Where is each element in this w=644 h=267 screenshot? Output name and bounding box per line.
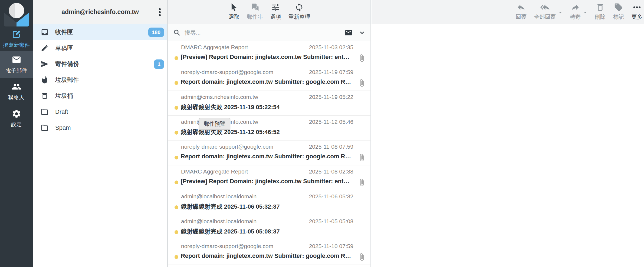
unread-dot-icon: [175, 156, 178, 159]
mail-toolbar-button-reply[interactable]: 回覆: [516, 3, 527, 21]
folder-row-trash[interactable]: 垃圾桶: [33, 88, 167, 104]
cursor-icon: [229, 3, 239, 12]
attachment-paperclip-icon: [358, 54, 366, 62]
sidebar-nav: 電子郵件 聯絡人 設定: [0, 51, 33, 132]
folder-row-sent[interactable]: 寄件備份 1: [33, 56, 167, 72]
toolbar-button-label: 選取: [229, 13, 239, 21]
folder-label: 垃圾郵件: [55, 76, 79, 84]
account-email: admin@richesinfo.com.tw: [61, 8, 139, 16]
sidebar-item-label: 電子郵件: [6, 67, 27, 74]
folder-menu-kebab-icon[interactable]: [157, 6, 162, 18]
caret-down-icon[interactable]: [583, 10, 588, 15]
message-date: 2025-11-08 02:38: [309, 168, 353, 175]
search-options-chevron-down-icon[interactable]: [359, 30, 365, 36]
toolbar-button-label: 全部回覆: [534, 13, 556, 21]
message-sender: noreply-dmarc-support@google.com: [181, 143, 273, 150]
folder-label: 垃圾桶: [55, 92, 73, 100]
list-toolbar-button-options[interactable]: 選項: [270, 3, 281, 21]
folder-label: 草稿匣: [55, 44, 73, 52]
folder-unread-badge: 180: [148, 28, 164, 37]
sidebar-item-contacts[interactable]: 聯絡人: [0, 78, 33, 105]
message-subject: [Preview] Report Domain: jingletex.com.t…: [181, 178, 349, 185]
folder-unread-badge: 1: [154, 59, 164, 69]
message-sender: admin@localhost.localdomain: [181, 193, 257, 200]
folder-row-drafts[interactable]: 草稿匣: [33, 40, 167, 56]
folder-list: 收件匣 180 草稿匣 寄件備份 1 垃圾郵件 垃圾桶 Draft: [33, 24, 167, 136]
message-sender: DMARC Aggregate Report: [181, 44, 248, 51]
folder-row-spam2[interactable]: Spam: [33, 120, 167, 136]
webmail-app: { "account": { "email": "admin@richesinf…: [0, 0, 644, 267]
folder-icon: [41, 124, 49, 132]
reply_all-icon: [540, 3, 550, 12]
account-header: admin@richesinfo.com.tw: [33, 0, 167, 24]
message-subject: 鏡射碟鏡射失敗 2025-11-12 05:46:52: [181, 128, 280, 136]
trash-icon: [41, 92, 49, 100]
folder-label: 收件匣: [55, 28, 73, 36]
message-date: 2025-11-19 07:59: [309, 69, 353, 75]
mail-toolbar-button-more[interactable]: 更多: [632, 3, 642, 21]
attachment-paperclip-icon: [358, 79, 366, 87]
folder-row-inbox[interactable]: 收件匣 180: [33, 24, 167, 40]
list-toolbar: 選取 郵件串 選項 重新整理: [168, 0, 370, 24]
list-toolbar-button-threads[interactable]: 郵件串: [247, 3, 263, 21]
flame-icon: [41, 76, 49, 84]
app-logo-icon[interactable]: [3, 2, 30, 26]
folder-label: Draft: [55, 108, 68, 115]
message-row[interactable]: admin@localhost.localdomain 2025-11-06 0…: [168, 190, 370, 215]
unread-dot-icon: [175, 205, 178, 209]
mail-toolbar-button-forward[interactable]: 轉寄: [570, 3, 581, 21]
message-row[interactable]: DMARC Aggregate Report 2025-11-08 02:38 …: [168, 165, 370, 190]
message-row[interactable]: DMARC Aggregate Report 2025-11-03 02:35 …: [168, 41, 370, 66]
sidebar-item-mail[interactable]: 電子郵件: [0, 51, 33, 78]
unread-dot-icon: [175, 230, 178, 234]
contacts-icon: [12, 82, 21, 92]
more-icon: [632, 3, 642, 12]
toolbar-button-label: 轉寄: [570, 13, 581, 21]
message-date: 2025-11-10 07:59: [309, 243, 353, 249]
folder-row-junk[interactable]: 垃圾郵件: [33, 72, 167, 88]
threads-icon: [250, 3, 259, 12]
search-scope-envelope-icon[interactable]: [344, 28, 353, 37]
list-toolbar-button-select[interactable]: 選取: [229, 3, 239, 21]
message-subject: 鏡射碟鏡射失敗 2025-11-19 05:22:54: [181, 103, 280, 111]
message-row[interactable]: noreply-dmarc-support@google.com 2025-11…: [168, 141, 370, 165]
message-row[interactable]: noreply-dmarc-support@google.com 2025-11…: [168, 66, 370, 91]
search-icon: [173, 29, 180, 36]
mail-toolbar-button-delete[interactable]: 刪除: [595, 3, 606, 21]
message-row[interactable]: admin@cms.richesinfo.com.tw 2025-11-19 0…: [168, 91, 370, 116]
message-subject: 鏡射碟鏡射完成 2025-11-06 05:32:37: [181, 203, 280, 211]
sidebar-item-settings[interactable]: 設定: [0, 105, 33, 132]
toolbar-button-label: 選項: [270, 13, 281, 21]
compose-button[interactable]: 撰寫新郵件: [0, 27, 33, 51]
message-date: 2025-11-06 05:32: [309, 193, 353, 200]
folder-label: 寄件備份: [55, 60, 79, 68]
attachment-paperclip-icon: [358, 253, 366, 261]
tag-icon: [614, 3, 623, 12]
message-sender: noreply-dmarc-support@google.com: [181, 243, 273, 249]
caret-down-icon[interactable]: [558, 10, 563, 15]
search-input[interactable]: [185, 29, 344, 36]
toolbar-button-label: 標記: [613, 13, 624, 21]
mail-toolbar-button-reply-all[interactable]: 全部回覆: [534, 3, 556, 21]
unread-dot-icon: [175, 255, 178, 259]
forward-icon: [571, 3, 580, 12]
trash-icon: [596, 3, 605, 12]
message-content-pane: 回覆 全部回覆 轉寄 刪除: [372, 0, 644, 267]
send-icon: [41, 60, 49, 68]
search-bar: [168, 24, 370, 41]
list-toolbar-button-refresh[interactable]: 重新整理: [288, 3, 310, 21]
message-date: 2025-11-03 02:35: [309, 44, 353, 51]
message-sender: admin@cms.richesinfo.com.tw: [181, 94, 258, 100]
pencil-icon: [41, 44, 49, 52]
mail-toolbar-button-tag[interactable]: 標記: [613, 3, 624, 21]
message-subject: 鏡射碟鏡射完成 2025-11-05 05:08:37: [181, 228, 280, 236]
toolbar-button-label: 刪除: [595, 13, 606, 21]
compose-label: 撰寫新郵件: [3, 42, 30, 49]
mail-preview-tooltip: 郵件預覽: [199, 118, 230, 130]
unread-dot-icon: [175, 181, 178, 184]
message-row[interactable]: noreply-dmarc-support@google.com 2025-11…: [168, 240, 370, 265]
folder-row-draft2[interactable]: Draft: [33, 104, 167, 120]
message-row[interactable]: admin@localhost.localdomain 2025-11-05 0…: [168, 215, 370, 240]
envelope-icon: [12, 55, 21, 65]
message-list: DMARC Aggregate Report 2025-11-03 02:35 …: [168, 41, 370, 265]
